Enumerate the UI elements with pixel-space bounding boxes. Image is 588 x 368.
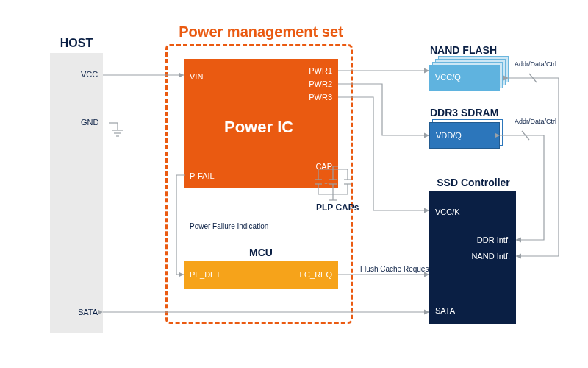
connections xyxy=(0,0,588,368)
